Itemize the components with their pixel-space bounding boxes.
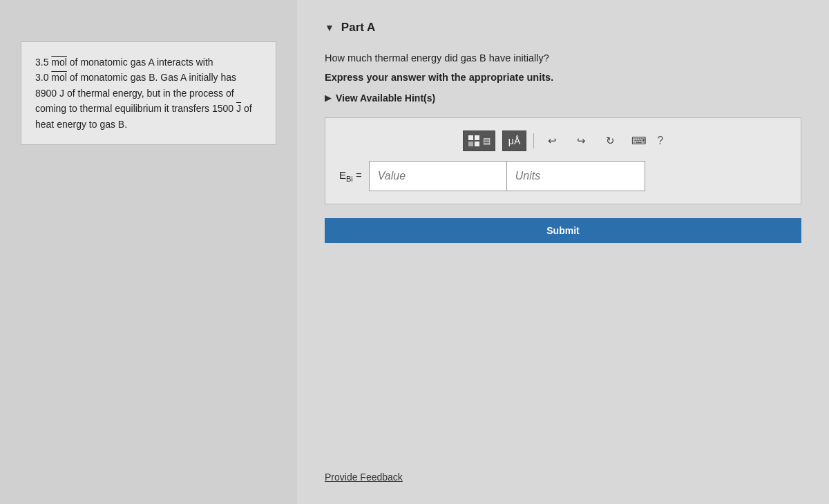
keyboard-button[interactable]: ⌨: [628, 130, 650, 151]
question-text: How much thermal energy did gas B have i…: [325, 51, 801, 66]
matrix-icon-label: ▤: [483, 136, 490, 146]
mu-icon-label: μÅ: [508, 135, 520, 146]
hint-label: View Available Hint(s): [336, 93, 435, 104]
refresh-button[interactable]: ↻: [599, 130, 621, 151]
undo-button[interactable]: ↩: [541, 130, 563, 151]
undo-icon: ↩: [548, 135, 557, 147]
problem-text: 3.5 mol of monatomic gas A interacts wit…: [35, 55, 262, 132]
feedback-link[interactable]: Provide Feedback: [325, 472, 403, 483]
svg-rect-3: [475, 142, 479, 146]
submit-label: Submit: [546, 225, 579, 236]
svg-rect-1: [475, 135, 479, 140]
feedback-link-container: Provide Feedback: [325, 450, 801, 483]
equation-label: EBi =: [339, 169, 362, 183]
refresh-icon: ↻: [606, 135, 615, 147]
equation-subscript: Bi: [346, 175, 353, 183]
submit-button[interactable]: Submit: [325, 218, 801, 243]
collapse-arrow-icon[interactable]: ▼: [325, 22, 334, 33]
svg-rect-0: [468, 135, 473, 140]
hint-row[interactable]: ▶ View Available Hint(s): [325, 93, 801, 104]
keyboard-icon: ⌨: [631, 135, 647, 147]
help-button[interactable]: ?: [657, 135, 663, 147]
part-title: Part A: [341, 21, 375, 35]
value-input[interactable]: [369, 161, 507, 191]
equation-equals: =: [356, 169, 362, 181]
mu-button[interactable]: μÅ: [502, 130, 526, 151]
svg-rect-2: [468, 142, 473, 146]
redo-button[interactable]: ↪: [570, 130, 592, 151]
left-panel: 3.5 mol of monatomic gas A interacts wit…: [0, 0, 297, 504]
matrix-button[interactable]: ▤: [463, 130, 495, 151]
instructions-text: Express your answer with the appropriate…: [325, 72, 801, 83]
right-panel: ▼ Part A How much thermal energy did gas…: [297, 0, 829, 504]
hint-arrow-icon: ▶: [325, 93, 332, 103]
units-input[interactable]: [507, 161, 645, 191]
input-row: EBi =: [339, 161, 787, 191]
redo-icon: ↪: [577, 135, 586, 147]
toolbar-separator: [533, 133, 534, 148]
toolbar: ▤ μÅ ↩ ↪ ↻ ⌨ ?: [339, 130, 787, 151]
part-header: ▼ Part A: [325, 21, 801, 35]
problem-box: 3.5 mol of monatomic gas A interacts wit…: [21, 41, 276, 145]
answer-box: ▤ μÅ ↩ ↪ ↻ ⌨ ? EBi =: [325, 117, 801, 204]
